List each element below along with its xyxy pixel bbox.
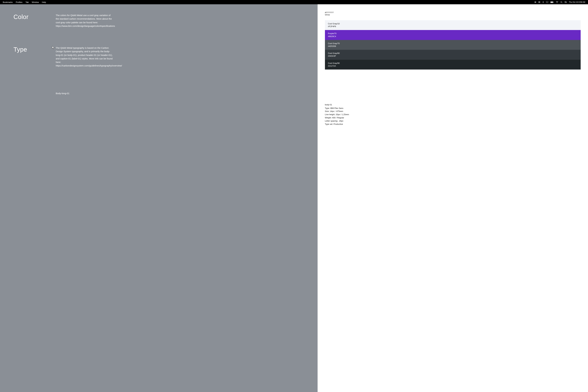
left-pane: Color The colors for Qiskit Metal use a …: [0, 4, 318, 392]
swatch-name: Cool Gray/90: [328, 62, 578, 64]
swatch-intro: #FFFFFF White: [325, 11, 581, 16]
color-heading: Color: [14, 14, 47, 28]
control-center-icon[interactable]: [564, 1, 567, 3]
record-icon[interactable]: [534, 1, 536, 3]
menubar-clock[interactable]: Thu Oct 24 8:58 AM: [569, 1, 585, 3]
swatch-name: Cool Gray/10: [328, 22, 578, 25]
type-spec-block: body-01 Type: IBM Plex Sans Size: 14px /…: [325, 103, 581, 126]
type-spec-line: Line height: 20px / 1.25rem: [325, 113, 581, 116]
svg-point-11: [557, 3, 557, 3]
svg-rect-4: [538, 2, 539, 3]
swatch-name: Purple/70: [328, 32, 578, 35]
type-spec-line: Type set: Productive: [325, 123, 581, 126]
swatch-cool-gray-90: Cool Gray/90 #21272A: [325, 60, 581, 70]
swatch-intro-name: White: [325, 14, 581, 16]
menubar-left: Bookmarks Profiles Tab Window Help: [3, 1, 46, 3]
type-subhead: Body-long-01: [56, 92, 306, 95]
menubar-status: Thu Oct 24 8:58 AM: [534, 1, 585, 3]
swatch-hex: #6929C4: [328, 35, 578, 38]
svg-rect-10: [554, 2, 554, 2]
svg-rect-14: [565, 2, 567, 2]
type-spec-name: body-01: [325, 103, 581, 106]
type-heading: Type: [14, 46, 47, 95]
menu-profiles[interactable]: Profiles: [16, 1, 22, 3]
swatch-name: Cool Gray/70: [328, 42, 578, 45]
menu-window[interactable]: Window: [32, 1, 39, 3]
svg-rect-2: [538, 2, 539, 2]
grid-icon[interactable]: [538, 1, 540, 3]
swatch-hex: #343A3F: [328, 55, 578, 58]
menu-bookmarks[interactable]: Bookmarks: [3, 1, 13, 3]
type-section: Type The Qiskit Metal typography is base…: [14, 46, 306, 95]
wifi-icon[interactable]: [556, 1, 558, 3]
svg-rect-6: [546, 2, 548, 2]
right-pane: #FFFFFF White Cool Gray/10 #F2F4F8 Purpl…: [318, 4, 588, 392]
swatch-cool-gray-10: Cool Gray/10 #F2F4F8: [325, 20, 581, 30]
swatch-hex: #21272A: [328, 64, 578, 68]
color-description: The colors for Qiskit Metal use a cool g…: [56, 14, 114, 28]
svg-point-15: [565, 2, 565, 2]
type-spec-line: Weight: 400 / Regular: [325, 116, 581, 120]
swatch-hex: #4D5358: [328, 45, 578, 48]
swatch-hex: #F2F4F8: [328, 25, 578, 28]
battery-icon[interactable]: [550, 2, 554, 3]
svg-rect-3: [540, 2, 540, 2]
svg-rect-9: [551, 2, 553, 3]
svg-line-13: [562, 2, 562, 3]
display-icon[interactable]: [546, 1, 548, 3]
type-spec-line: Size: 14px / .875rem: [325, 110, 581, 113]
swatch-cool-gray-70: Cool Gray/70 #4D5358: [325, 40, 581, 50]
color-section: Color The colors for Qiskit Metal use a …: [14, 14, 306, 28]
svg-point-17: [566, 2, 566, 3]
bluetooth-icon[interactable]: [542, 1, 544, 3]
svg-rect-16: [565, 2, 567, 3]
swatch-list: Cool Gray/10 #F2F4F8 Purple/70 #6929C4 C…: [325, 20, 581, 70]
svg-point-1: [535, 2, 536, 2]
swatch-purple-70: Purple/70 #6929C4: [325, 30, 581, 40]
menu-tab[interactable]: Tab: [26, 1, 29, 3]
macos-menubar: Bookmarks Profiles Tab Window Help Thu: [0, 0, 588, 4]
type-spec-line: Letter spacing: .16px: [325, 120, 581, 123]
svg-rect-5: [540, 2, 540, 3]
swatch-cool-gray-80: Cool Gray/80 #343A3F: [325, 50, 581, 60]
search-icon[interactable]: [560, 1, 562, 3]
svg-point-12: [561, 2, 562, 2]
swatch-intro-hex: #FFFFFF: [325, 11, 581, 14]
type-spec-line: Type: IBM Plex Sans: [325, 107, 581, 110]
type-description: The Qiskit Metal typography is based on …: [56, 46, 114, 68]
app-window: Color The colors for Qiskit Metal use a …: [0, 4, 588, 392]
menu-help[interactable]: Help: [42, 1, 46, 3]
swatch-name: Cool Gray/80: [328, 52, 578, 55]
